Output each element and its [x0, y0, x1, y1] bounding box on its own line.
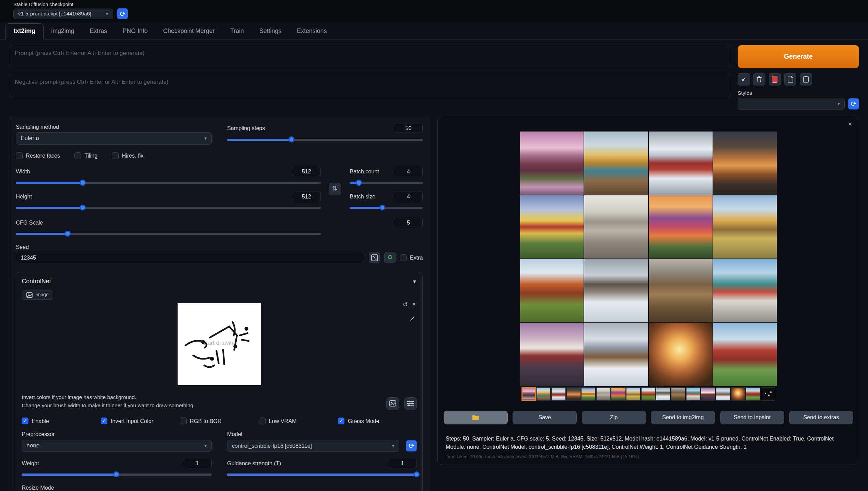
gallery-thumbnail[interactable]: [686, 387, 701, 401]
gallery-image[interactable]: [649, 259, 713, 322]
low-vram-checkbox[interactable]: Low VRAM: [259, 418, 338, 424]
rgb-to-bgr-checkbox[interactable]: RGB to BGR: [180, 418, 259, 424]
gallery-thumbnail[interactable]: [656, 387, 670, 401]
checkpoint-select[interactable]: v1-5-pruned.ckpt [e1441589a6] ▾: [13, 9, 113, 19]
gallery-thumbnail[interactable]: [641, 387, 656, 401]
gallery-thumbnail[interactable]: [716, 387, 730, 401]
batch-count-value[interactable]: [394, 167, 423, 176]
reuse-seed-button[interactable]: ♻: [384, 252, 395, 263]
save-button[interactable]: Save: [513, 411, 577, 424]
gallery-thumbnail[interactable]: [566, 387, 581, 401]
open-folder-button[interactable]: [444, 411, 508, 424]
gallery-image[interactable]: [584, 259, 648, 322]
controlnet-enable-checkbox[interactable]: Enable: [22, 418, 101, 424]
gallery-thumbnail[interactable]: [551, 387, 566, 401]
styles-select[interactable]: ▾: [738, 98, 845, 110]
sampling-steps-slider[interactable]: [227, 136, 423, 143]
invert-input-color-checkbox[interactable]: Invert Input Color: [101, 418, 180, 424]
gallery-thumbnail[interactable]: [581, 387, 596, 401]
guidance-strength-value[interactable]: [388, 459, 417, 468]
gallery-image[interactable]: [713, 259, 777, 322]
send-to-inpaint-button[interactable]: Send to inpaint: [720, 411, 784, 424]
gallery-image[interactable]: [520, 259, 584, 322]
gallery-image[interactable]: [713, 195, 777, 259]
height-slider[interactable]: [16, 204, 321, 211]
gallery-image[interactable]: [713, 132, 777, 195]
height-value[interactable]: [292, 192, 321, 201]
sampling-steps-value[interactable]: [394, 124, 423, 133]
gallery-image[interactable]: [520, 132, 584, 195]
tiling-checkbox[interactable]: Tiling: [74, 152, 97, 159]
batch-count-slider[interactable]: [350, 179, 423, 186]
batch-size-slider[interactable]: [350, 204, 423, 211]
width-slider[interactable]: [16, 179, 321, 186]
weight-value[interactable]: [183, 459, 212, 468]
gallery-thumbnail[interactable]: [536, 387, 551, 401]
gallery-thumbnail[interactable]: [611, 387, 625, 401]
gallery-thumbnail[interactable]: [746, 387, 760, 401]
controlnet-image-tab[interactable]: Image: [22, 290, 53, 300]
gallery-image[interactable]: [649, 323, 713, 386]
tab-img2img[interactable]: img2img: [44, 24, 82, 39]
gallery-image[interactable]: [649, 195, 713, 259]
gallery-image[interactable]: [649, 132, 713, 195]
gallery-thumbnail[interactable]: [521, 387, 536, 401]
negative-prompt-input[interactable]: [9, 74, 731, 97]
gallery-image[interactable]: [584, 132, 648, 195]
open-image-button[interactable]: [386, 397, 399, 410]
gallery-image[interactable]: [520, 323, 584, 386]
seed-extra-checkbox[interactable]: Extra: [400, 254, 423, 261]
restore-faces-checkbox[interactable]: Restore faces: [16, 152, 60, 159]
close-icon[interactable]: ×: [848, 120, 852, 128]
refresh-styles-button[interactable]: ⟳: [848, 98, 859, 109]
refresh-checkpoints-button[interactable]: ⟳: [117, 8, 128, 19]
gallery-image[interactable]: [584, 195, 648, 259]
batch-size-value[interactable]: [394, 192, 423, 201]
zip-button[interactable]: Zip: [582, 411, 646, 424]
swap-width-height-button[interactable]: ⇅: [329, 183, 341, 195]
save-style-button[interactable]: [784, 73, 797, 85]
tab-extras[interactable]: Extras: [82, 24, 115, 39]
sampling-method-select[interactable]: Euler a ▾: [16, 132, 211, 145]
brush-icon[interactable]: [409, 313, 415, 323]
undo-icon[interactable]: ↺: [403, 301, 408, 308]
tab-png-info[interactable]: PNG Info: [115, 24, 155, 39]
hires-fix-checkbox[interactable]: Hires. fix: [112, 152, 143, 159]
gallery-image[interactable]: [584, 323, 648, 386]
tab-txt2img[interactable]: txt2img: [5, 23, 43, 39]
send-to-img2img-button[interactable]: Send to img2img: [651, 411, 715, 424]
tab-train[interactable]: Train: [222, 24, 251, 39]
model-select[interactable]: control_scribble-fp16 [c508311e] ▾: [227, 440, 399, 452]
gallery-thumbnail-control-map[interactable]: [761, 387, 775, 401]
send-to-extras-button[interactable]: Send to extras: [789, 411, 853, 424]
tab-extensions[interactable]: Extensions: [289, 24, 335, 39]
gallery-thumbnail[interactable]: [731, 387, 746, 401]
gallery-image[interactable]: [713, 323, 777, 386]
guidance-strength-slider[interactable]: [227, 471, 417, 478]
weight-slider[interactable]: [22, 471, 211, 478]
preprocessor-select[interactable]: none ▾: [22, 440, 211, 452]
gallery-thumbnail[interactable]: [626, 387, 641, 401]
adjust-settings-button[interactable]: [404, 397, 417, 410]
gallery-thumbnail[interactable]: [596, 387, 611, 401]
controlnet-draw-canvas[interactable]: Start drawing: [178, 303, 261, 385]
copy-style-button[interactable]: [800, 73, 812, 85]
guess-mode-checkbox[interactable]: Guess Mode: [338, 418, 417, 424]
cfg-scale-value[interactable]: [394, 218, 423, 227]
controlnet-header[interactable]: ControlNet ▼: [22, 278, 417, 285]
paste-params-button[interactable]: ↙: [738, 73, 750, 85]
generate-button[interactable]: Generate: [738, 45, 859, 68]
tab-checkpoint-merger[interactable]: Checkpoint Merger: [155, 24, 222, 39]
random-seed-button[interactable]: [369, 252, 380, 263]
seed-input[interactable]: [16, 252, 364, 263]
gallery-thumbnail[interactable]: [701, 387, 715, 401]
width-value[interactable]: [292, 167, 321, 176]
refresh-models-button[interactable]: ⟳: [406, 440, 417, 451]
tab-settings[interactable]: Settings: [251, 24, 289, 39]
gallery-thumbnail[interactable]: [671, 387, 685, 401]
close-icon[interactable]: ×: [412, 301, 416, 308]
apply-style-button[interactable]: [769, 73, 781, 85]
gallery-image[interactable]: [520, 195, 584, 259]
clear-prompt-button[interactable]: [753, 73, 765, 85]
cfg-scale-slider[interactable]: [16, 230, 321, 237]
